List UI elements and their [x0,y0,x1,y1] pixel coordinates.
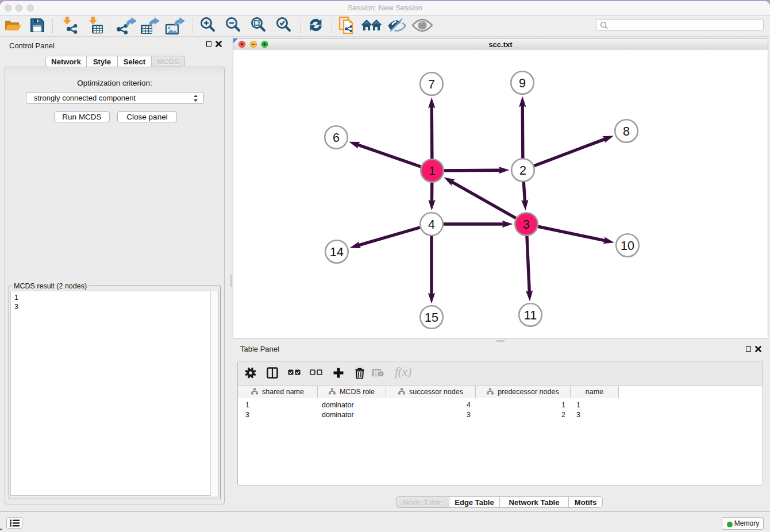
svg-text:10: 10 [621,239,634,253]
svg-text:15: 15 [425,311,438,325]
svg-text:8: 8 [623,125,630,138]
svg-text:6: 6 [333,131,340,145]
svg-text:3: 3 [523,218,530,232]
svg-text:14: 14 [330,245,344,259]
svg-text:4: 4 [428,218,435,232]
svg-text:9: 9 [519,76,526,90]
svg-text:11: 11 [524,309,537,322]
svg-text:1: 1 [429,164,436,178]
svg-text:7: 7 [428,78,435,91]
svg-text:2: 2 [519,164,526,178]
